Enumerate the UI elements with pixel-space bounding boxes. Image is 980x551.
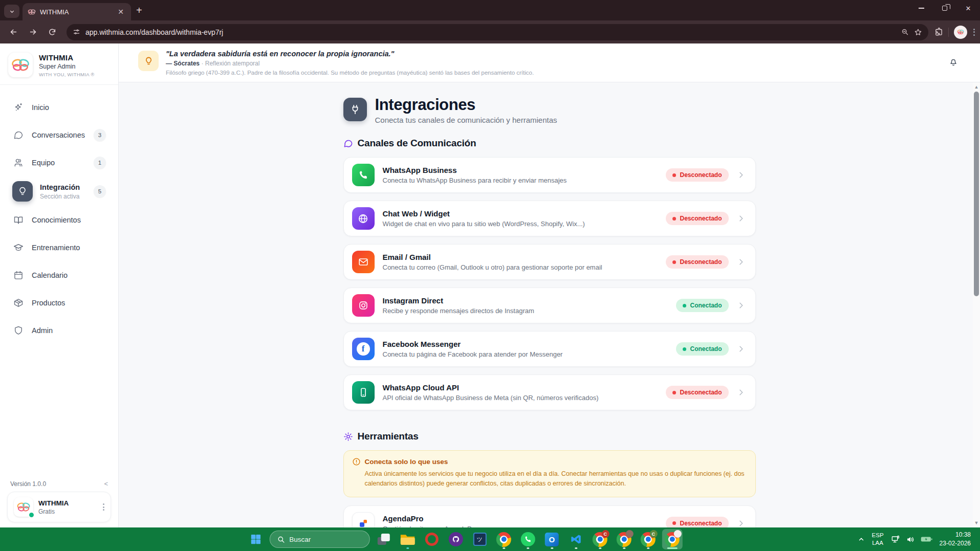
url-bar[interactable]: app.withmia.com/dashboard/withmia-evp7rj xyxy=(67,24,928,40)
sidebar-item-label: Conocimientos xyxy=(32,216,106,224)
integration-card-whatsapp-business[interactable]: WhatsApp Business Conecta tu WhatsApp Bu… xyxy=(343,157,756,193)
taskbar-search[interactable] xyxy=(269,531,369,548)
sidebar-item-calendario[interactable]: Calendario xyxy=(7,264,111,286)
card-title: AgendaPro xyxy=(383,514,658,523)
extensions-icon[interactable] xyxy=(934,28,943,36)
file-explorer-button[interactable] xyxy=(397,529,418,549)
restore-button[interactable] xyxy=(933,0,956,16)
minimize-button[interactable] xyxy=(909,0,933,16)
quote-description: Filósofo griego (470-399 a.C.). Padre de… xyxy=(166,70,534,76)
chrome-profile3-button[interactable]: C xyxy=(638,529,658,549)
pixel-app-icon: ツ xyxy=(473,533,486,546)
chrome-profile2-button[interactable] xyxy=(614,529,634,549)
chevron-right-icon[interactable] xyxy=(737,258,745,266)
status-badge: Desconectado xyxy=(666,386,728,399)
card-description: Conecta tu WhatsApp Business para recibi… xyxy=(383,177,658,184)
chrome-button[interactable] xyxy=(493,529,514,549)
close-button[interactable]: ✕ xyxy=(956,0,980,16)
back-button[interactable] xyxy=(5,24,21,40)
folder-icon xyxy=(400,534,415,545)
sidebar-item-entrenamiento[interactable]: Entrenamiento xyxy=(7,236,111,259)
network-icon[interactable] xyxy=(891,535,901,544)
back-arrow-icon xyxy=(9,28,18,36)
battery-icon[interactable] xyxy=(921,535,932,543)
package-icon xyxy=(12,297,25,309)
mail-icon xyxy=(352,251,375,273)
card-description: Recibe y responde mensajes directos de I… xyxy=(383,307,668,315)
reload-button[interactable] xyxy=(44,24,60,40)
task-view-button[interactable] xyxy=(373,529,394,549)
integration-card-facebook-messenger[interactable]: f Facebook Messenger Conecta tu página d… xyxy=(343,331,756,367)
status-badge: Desconectado xyxy=(666,255,728,269)
card-title: Email / Gmail xyxy=(383,253,658,261)
chat-bubble-icon xyxy=(12,129,25,141)
sidebar-item-integracion[interactable]: Integración Sección activa 5 xyxy=(7,179,111,204)
url-text[interactable]: app.withmia.com/dashboard/withmia-evp7rj xyxy=(85,28,896,36)
clock[interactable]: 10:38 23-02-2026 xyxy=(940,531,971,548)
start-button[interactable] xyxy=(245,529,266,549)
search-input[interactable] xyxy=(289,536,351,543)
browser-tab[interactable]: WITHMIA ✕ xyxy=(23,3,131,20)
chrome-profile1-button[interactable]: C xyxy=(590,529,610,549)
scrollbar-thumb[interactable] xyxy=(974,92,979,296)
conversaciones-badge: 3 xyxy=(94,129,106,141)
sidebar-item-admin[interactable]: Admin xyxy=(7,319,111,342)
integration-card-agendapro[interactable]: AgendaPro Gestión de citas con AgendaPro… xyxy=(343,505,756,527)
bookmark-star-icon[interactable] xyxy=(914,28,922,36)
profile-avatar[interactable] xyxy=(954,26,967,39)
tab-search-button[interactable] xyxy=(4,5,19,18)
plan-logo xyxy=(14,497,33,517)
sidebar-item-conocimientos[interactable]: Conocimientos xyxy=(7,209,111,231)
integration-card-instagram[interactable]: Instagram Direct Recibe y responde mensa… xyxy=(343,288,756,323)
pixel-app-button[interactable]: ツ xyxy=(469,529,490,549)
brand-name: WITHMIA xyxy=(39,53,95,62)
collapse-sidebar-button[interactable]: < xyxy=(104,480,108,488)
browser-menu-icon[interactable] xyxy=(973,29,975,36)
notifications-button[interactable] xyxy=(948,57,966,69)
sidebar-footer: Versión 1.0.0 < xyxy=(0,480,118,522)
chrome-active-button[interactable] xyxy=(662,529,682,549)
github-button[interactable] xyxy=(445,529,466,549)
tool-cards: AgendaPro Gestión de citas con AgendaPro… xyxy=(343,505,756,527)
sidebar-item-equipo[interactable]: Equipo 1 xyxy=(7,151,111,174)
sidebar-item-inicio[interactable]: Inicio xyxy=(7,96,111,119)
tray-date: 23-02-2026 xyxy=(940,539,971,548)
chevron-right-icon[interactable] xyxy=(737,345,745,353)
tab-close-icon[interactable]: ✕ xyxy=(116,7,126,16)
page-title: Integraciones xyxy=(375,96,557,114)
card-description: Conecta tu correo (Gmail, Outlook u otro… xyxy=(383,263,658,271)
scrollbar[interactable]: ▲ ▼ xyxy=(973,82,980,527)
globe-icon xyxy=(352,207,375,230)
whatsapp-taskbar-icon xyxy=(520,532,535,546)
forward-button[interactable] xyxy=(25,24,41,40)
chevron-right-icon[interactable] xyxy=(737,301,745,310)
scroll-up-arrow[interactable]: ▲ xyxy=(973,83,980,91)
chevron-right-icon[interactable] xyxy=(737,214,745,223)
site-info-icon[interactable] xyxy=(73,28,80,36)
page-content: Integraciones Conecta tus canales de com… xyxy=(119,82,980,527)
new-tab-button[interactable]: + xyxy=(136,5,142,16)
vscode-button[interactable] xyxy=(565,529,586,549)
taskbar: ツ O C xyxy=(0,527,980,551)
plan-card[interactable]: WITHMIA Gratis xyxy=(7,492,111,522)
chevron-right-icon[interactable] xyxy=(737,171,745,179)
chevron-right-icon[interactable] xyxy=(737,388,745,396)
outlook-button[interactable]: O xyxy=(541,529,562,549)
sidebar-item-conversaciones[interactable]: Conversaciones 3 xyxy=(7,124,111,146)
integration-card-email[interactable]: Email / Gmail Conecta tu correo (Gmail, … xyxy=(343,244,756,280)
tray-chevron-icon[interactable] xyxy=(858,536,865,543)
volume-icon[interactable] xyxy=(906,535,916,544)
opera-button[interactable] xyxy=(421,529,442,549)
chevron-right-icon[interactable] xyxy=(737,519,745,527)
brand-tagline: WITH YOU, WITHMIA ® xyxy=(39,72,95,77)
language-indicator[interactable]: ESP LAA xyxy=(872,532,884,547)
sidebar-item-productos[interactable]: Productos xyxy=(7,292,111,314)
calendar-icon xyxy=(12,269,25,281)
integration-card-chat-web[interactable]: Chat Web / Widget Widget de chat en vivo… xyxy=(343,201,756,236)
scroll-down-arrow[interactable]: ▼ xyxy=(973,519,980,526)
integration-card-whatsapp-cloud-api[interactable]: WhatsApp Cloud API API oficial de WhatsA… xyxy=(343,374,756,410)
zoom-icon[interactable] xyxy=(901,28,909,36)
window-controls: ✕ xyxy=(909,0,980,16)
plan-menu-icon[interactable] xyxy=(103,503,104,511)
whatsapp-button[interactable] xyxy=(517,529,538,549)
